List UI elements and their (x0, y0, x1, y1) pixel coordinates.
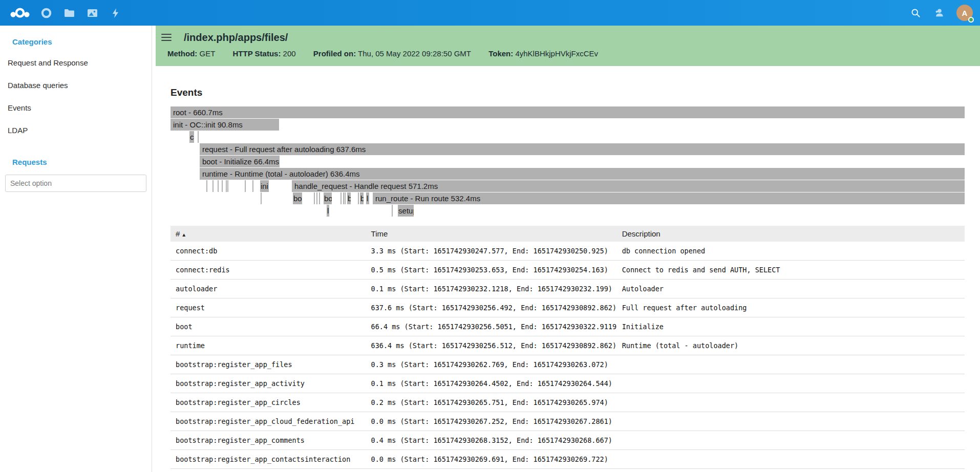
event-name-cell: bootstrap:register_app_comments (171, 431, 366, 450)
categories-heading: Categories (0, 33, 152, 51)
requests-heading: Requests (0, 154, 152, 171)
timeline-bar[interactable] (227, 180, 228, 192)
table-row: bootstrap:register_app_activity0.1 ms (S… (171, 374, 965, 393)
timeline-bar[interactable]: init - OC::init 90.8ms (171, 119, 279, 131)
timeline-bar[interactable] (358, 192, 359, 204)
sidebar-item-ldap[interactable]: LDAP (0, 119, 152, 141)
timeline-bar[interactable] (316, 192, 317, 204)
event-name-cell: autoloader (171, 280, 366, 298)
event-name-cell: bootstrap:register_app_cloud_federation_… (171, 412, 366, 431)
table-row: bootstrap:register_app_cloud_federation_… (171, 412, 965, 431)
search-icon[interactable] (904, 0, 927, 26)
events-section: Events root - 660.7msinit - OC::init 90.… (152, 87, 980, 469)
main-content: /index.php/apps/files/ Method: GET HTTP … (152, 26, 980, 472)
sidebar: Categories Request and Response Database… (0, 26, 152, 472)
timeline-bar[interactable] (345, 192, 346, 204)
avatar[interactable]: A (956, 5, 973, 21)
timeline-bar[interactable] (392, 205, 393, 217)
timeline-bar[interactable] (340, 192, 342, 204)
app-menu (5, 0, 127, 26)
timeline-bar[interactable] (226, 180, 227, 192)
timeline-bar[interactable]: c (189, 131, 194, 143)
table-row: boot66.4 ms (Start: 1651742930256.5051, … (171, 317, 965, 336)
timeline-row: boot - Initialize 66.4ms (171, 156, 965, 168)
event-description-cell: Initialize (617, 317, 965, 336)
event-time-cell: 636.4 ms (Start: 1651742930256.512, End:… (366, 336, 617, 355)
column-header-number[interactable]: #▲ (171, 226, 366, 242)
timeline-row: lsetup (171, 205, 965, 217)
contacts-icon[interactable] (927, 0, 950, 26)
column-header-description[interactable]: Description (617, 226, 965, 242)
sort-asc-icon: ▲ (181, 232, 186, 238)
event-name-cell: connect:db (171, 242, 366, 261)
sidebar-item-request-and-response[interactable]: Request and Response (0, 51, 152, 74)
meta-profiled-on: Profiled on: Thu, 05 May 2022 09:28:50 G… (313, 49, 471, 58)
activity-lightning-icon[interactable] (104, 0, 127, 26)
timeline-bar[interactable]: handle_request - Handle request 571.2ms (292, 180, 965, 192)
event-time-cell: 637.6 ms (Start: 1651742930256.492, End:… (366, 298, 617, 317)
timeline-bar[interactable] (343, 192, 344, 204)
column-header-time[interactable]: Time (366, 226, 617, 242)
event-name-cell: bootstrap:register_app_activity (171, 374, 366, 393)
events-timeline: root - 660.7msinit - OC::init 90.8mscreq… (171, 106, 965, 217)
request-meta: Method: GET HTTP Status: 200 Profiled on… (156, 49, 980, 58)
timeline-bar[interactable]: root - 660.7ms (171, 106, 965, 118)
event-description-cell (617, 431, 965, 450)
timeline-bar[interactable]: run_route - Run route 532.4ms (373, 192, 965, 204)
timeline-bar[interactable]: runtime - Runtime (total - autoloader) 6… (200, 168, 965, 180)
category-list: Request and Response Database queries Ev… (0, 51, 152, 141)
sidebar-item-database-queries[interactable]: Database queries (0, 74, 152, 96)
timeline-bar[interactable] (319, 192, 320, 204)
online-status-dot (968, 17, 974, 23)
circle-app-icon[interactable] (35, 0, 58, 26)
event-name-cell: connect:redis (171, 261, 366, 280)
sidebar-item-events[interactable]: Events (0, 96, 152, 119)
timeline-bar[interactable]: b (347, 192, 351, 204)
timeline-bar[interactable]: setup (398, 205, 414, 217)
event-time-cell: 0.0 ms (Start: 1651742930269.691, End: 1… (366, 450, 617, 469)
request-header: /index.php/apps/files/ Method: GET HTTP … (156, 26, 980, 66)
timeline-bar[interactable]: bo (293, 192, 302, 204)
photos-icon[interactable] (81, 0, 104, 26)
files-folder-icon[interactable] (58, 0, 81, 26)
event-name-cell: bootstrap:register_app_contactsinteracti… (171, 450, 366, 469)
table-row: bootstrap:register_app_comments0.4 ms (S… (171, 431, 965, 450)
meta-http-status: HTTP Status: 200 (233, 49, 296, 58)
timeline-bar[interactable] (198, 131, 199, 143)
events-table-body: connect:db3.3 ms (Start: 1651742930247.5… (171, 242, 965, 469)
timeline-bar[interactable] (245, 180, 246, 192)
events-heading: Events (171, 87, 965, 98)
timeline-bar[interactable]: l (327, 205, 329, 217)
event-time-cell: 0.1 ms (Start: 1651742930232.1218, End: … (366, 280, 617, 298)
event-description-cell (617, 412, 965, 431)
event-time-cell: 0.4 ms (Start: 1651742930268.3152, End: … (366, 431, 617, 450)
timeline-bar[interactable]: request - Full request after autoloading… (200, 143, 965, 155)
event-time-cell: 0.0 ms (Start: 1651742930267.252, End: 1… (366, 412, 617, 431)
events-table: #▲ Time Description connect:db3.3 ms (St… (171, 226, 965, 469)
timeline-bar[interactable] (222, 180, 223, 192)
table-row: connect:db3.3 ms (Start: 1651742930247.5… (171, 242, 965, 261)
event-description-cell: db connection opened (617, 242, 965, 261)
topbar-actions: A (904, 0, 973, 26)
timeline-bar[interactable] (212, 180, 214, 192)
avatar-letter: A (962, 9, 968, 17)
timeline-bar[interactable] (252, 180, 253, 192)
table-row: bootstrap:register_app_files0.3 ms (Star… (171, 355, 965, 374)
table-row: bootstrap:register_app_circles0.2 ms (St… (171, 393, 965, 412)
request-select[interactable]: Select option (5, 175, 146, 192)
timeline-bar[interactable] (261, 192, 262, 204)
timeline-bar[interactable] (314, 192, 315, 204)
nextcloud-logo[interactable] (5, 0, 35, 26)
timeline-bar[interactable] (218, 180, 219, 192)
table-row: bootstrap:register_app_contactsinteracti… (171, 450, 965, 469)
timeline-bar[interactable] (206, 180, 207, 192)
timeline-bar[interactable]: l (366, 192, 369, 204)
timeline-bar[interactable]: bo (324, 192, 332, 204)
table-row: runtime636.4 ms (Start: 1651742930256.51… (171, 336, 965, 355)
timeline-bar[interactable]: b (360, 192, 364, 204)
timeline-bar[interactable]: boot - Initialize 66.4ms (200, 156, 280, 167)
timeline-bar[interactable]: ini (260, 180, 269, 192)
event-time-cell: 66.4 ms (Start: 1651742930256.5051, End:… (366, 317, 617, 336)
hamburger-menu-icon[interactable] (161, 31, 172, 44)
meta-token: Token: 4yhKlBHkjpHVkjFxcCEv (488, 49, 598, 58)
